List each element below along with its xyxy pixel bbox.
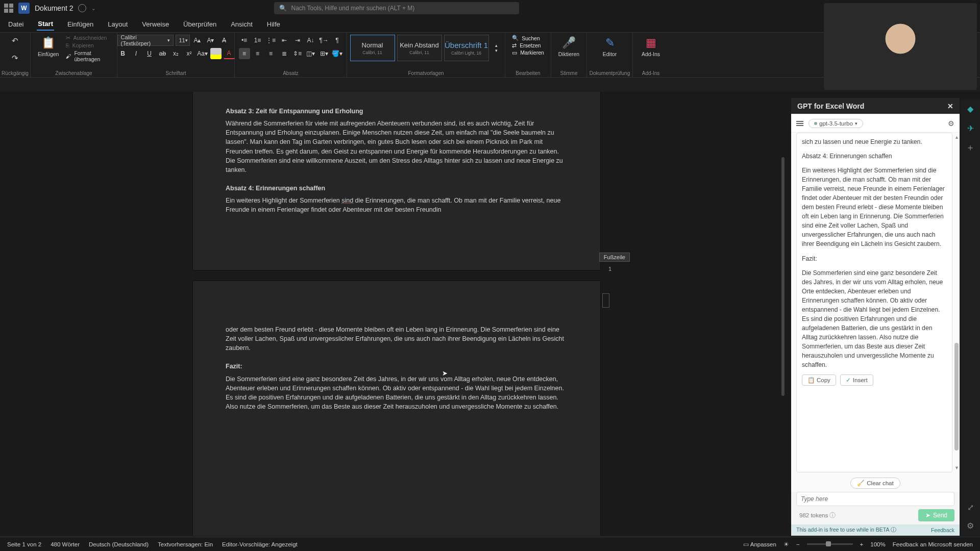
align-right-button[interactable]: ≡ (265, 48, 277, 59)
status-predictions[interactable]: Textvorhersagen: Ein (158, 541, 213, 547)
cloud-save-icon[interactable] (78, 4, 86, 12)
shrink-font-button[interactable]: A▾ (205, 35, 216, 46)
page-2[interactable]: oder dem besten Freund erlebt - diese Mo… (192, 281, 601, 536)
clear-format-button[interactable]: A̶ (218, 35, 230, 46)
document-scrollbar[interactable] (781, 92, 785, 527)
case-button[interactable]: Aa▾ (197, 48, 208, 59)
cut-button[interactable]: ✂Ausschneiden (66, 35, 107, 41)
panel-scroll-thumb[interactable] (954, 343, 959, 450)
fill-color-button[interactable]: 🪣▾ (332, 48, 343, 59)
justify-button[interactable]: ≣ (279, 48, 290, 59)
styles-more-button[interactable]: ▴▾ (491, 42, 502, 54)
copy-button[interactable]: ⎘Kopieren (66, 42, 93, 48)
superscript-button[interactable]: x² (184, 48, 195, 59)
outdent-button[interactable]: ⇤ (279, 35, 290, 46)
scrollbar-thumb[interactable] (781, 157, 785, 396)
format-painter-button[interactable]: 🖌Format übertragen (66, 50, 113, 62)
find-button[interactable]: 🔍Suchen (512, 35, 544, 41)
addin-icon-2[interactable]: ✈ (965, 123, 975, 133)
multilevel-button[interactable]: ⋮≡ (265, 35, 277, 46)
feedback-ms-link[interactable]: Feedback an Microsoft senden (893, 541, 973, 547)
align-center-button[interactable]: ≡ (252, 48, 263, 59)
editor-button[interactable]: ✎Editor (600, 35, 620, 58)
status-words[interactable]: 480 Wörter (51, 541, 80, 547)
tab-datei[interactable]: Datei (7, 18, 24, 30)
redo-button[interactable]: ↷ (7, 52, 23, 64)
tab-einfuegen[interactable]: Einfügen (66, 18, 94, 30)
paste-button[interactable]: 📋 Einfügen (35, 35, 62, 58)
style-ueberschrift-1[interactable]: Überschrift 1 Calibri Light, 16 (444, 35, 489, 61)
send-button[interactable]: ➤Send (918, 509, 954, 521)
select-button[interactable]: ▭Markieren (512, 49, 544, 56)
tab-verweise[interactable]: Verweise (141, 18, 170, 30)
bold-button[interactable]: B (117, 48, 129, 59)
scroll-down-icon[interactable]: ▼ (954, 465, 959, 470)
status-page[interactable]: Seite 1 von 2 (7, 541, 41, 547)
strike-button[interactable]: ab (157, 48, 168, 59)
zoom-in-button[interactable]: + (860, 541, 864, 547)
line-spacing-button[interactable]: ⇕≡ (292, 48, 303, 59)
subscript-button[interactable]: x₂ (170, 48, 182, 59)
scroll-up-icon[interactable]: ▲ (954, 135, 959, 140)
theme-toggle-icon[interactable]: ☀ (783, 541, 789, 548)
italic-button[interactable]: I (131, 48, 142, 59)
insert-response-button[interactable]: ✓Insert (840, 374, 873, 386)
fit-button[interactable]: ▭ Anpassen (743, 541, 776, 548)
numbering-button[interactable]: 1≡ (252, 35, 263, 46)
borders-button[interactable]: ⊞▾ (318, 48, 330, 59)
panel-close-button[interactable]: ✕ (947, 102, 953, 110)
show-marks-button[interactable]: ¶ (332, 35, 343, 46)
document-title[interactable]: Dokument 2 (35, 4, 73, 12)
header-placeholder[interactable] (602, 293, 609, 308)
zoom-knob[interactable] (826, 541, 831, 546)
zoom-value[interactable]: 100% (870, 541, 885, 547)
addin-icon-1[interactable]: ◆ (965, 104, 975, 114)
underline-button[interactable]: U (144, 48, 155, 59)
chat-input[interactable] (801, 495, 950, 503)
zoom-slider[interactable] (807, 543, 853, 545)
panel-menu-button[interactable] (796, 121, 803, 126)
rail-settings-icon[interactable]: ⚙ (965, 520, 975, 531)
font-color-button[interactable]: A (224, 48, 235, 59)
info-icon[interactable]: ⓘ (891, 527, 896, 533)
search-box[interactable]: 🔍 Nach Tools, Hilfe und mehr suchen (ALT… (274, 2, 519, 14)
font-size-select[interactable]: 11▾ (176, 35, 190, 46)
page-1[interactable]: Absatz 3: Zeit für Entspannung und Erhol… (192, 92, 601, 270)
status-language[interactable]: Deutsch (Deutschland) (89, 541, 149, 547)
title-chevron-icon[interactable]: ⌄ (91, 6, 95, 11)
undo-button[interactable]: ↶ (7, 35, 23, 47)
style-normal[interactable]: Normal Calibri, 11 (350, 35, 395, 61)
tab-ueberpruefen[interactable]: Überprüfen (182, 18, 217, 30)
rail-expand-icon[interactable]: ⤢ (965, 502, 975, 512)
sort-button[interactable]: A↓ (305, 35, 316, 46)
clear-chat-button[interactable]: 🧹Clear chat (850, 478, 900, 489)
status-editor[interactable]: Editor-Vorschläge: Angezeigt (222, 541, 298, 547)
shading-button[interactable]: ◫▾ (305, 48, 316, 59)
ltr-button[interactable]: ¶→ (318, 35, 330, 46)
panel-settings-button[interactable]: ⚙ (948, 119, 954, 128)
replace-button[interactable]: ⇄Ersetzen (512, 42, 544, 48)
align-left-button[interactable]: ≡ (239, 48, 250, 59)
info-icon[interactable]: ⓘ (829, 512, 836, 518)
add-addin-button[interactable]: ＋ (965, 142, 975, 153)
tab-start[interactable]: Start (37, 18, 54, 31)
grow-font-button[interactable]: A▴ (192, 35, 203, 46)
highlight-button[interactable]: A (210, 48, 222, 59)
tab-layout[interactable]: Layout (107, 18, 129, 30)
tab-ansicht[interactable]: Ansicht (230, 18, 254, 30)
chat-input-box[interactable] (796, 492, 954, 506)
panel-scrollbar[interactable]: ▲ ▼ (954, 135, 959, 470)
zoom-out-button[interactable]: − (796, 541, 800, 547)
copy-response-button[interactable]: 📋Copy (802, 374, 836, 386)
bullets-button[interactable]: •≡ (239, 35, 250, 46)
style-kein-abstand[interactable]: Kein Abstand Calibri, 11 (397, 35, 442, 61)
footer-badge[interactable]: Fußzeile (599, 253, 630, 262)
tab-hilfe[interactable]: Hilfe (266, 18, 281, 30)
model-selector[interactable]: gpt-3.5-turbo ▾ (808, 119, 863, 128)
app-launcher-icon[interactable] (4, 4, 13, 13)
indent-button[interactable]: ⇥ (292, 35, 303, 46)
feedback-link[interactable]: Feedback (931, 527, 954, 533)
font-name-select[interactable]: Calibri (Textkörper)▾ (117, 35, 174, 46)
dictate-button[interactable]: 🎤Diktieren (555, 35, 582, 58)
addins-button[interactable]: ▦Add-Ins (639, 35, 663, 58)
